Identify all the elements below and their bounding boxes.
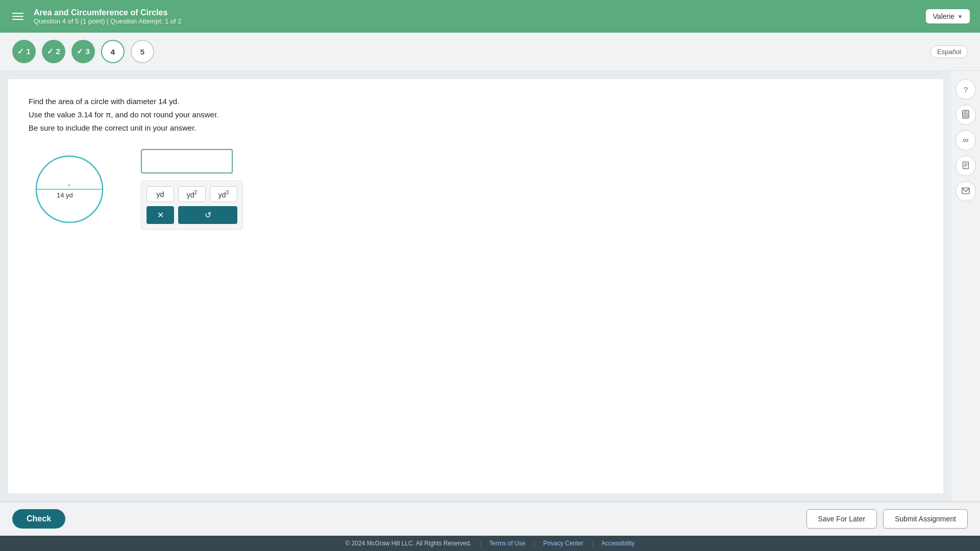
question-nav-bar: ✓ 1 ✓ 2 ✓ 3 4 5 Español	[0, 33, 980, 71]
message-button[interactable]	[955, 181, 976, 202]
mail-icon	[961, 187, 970, 196]
answer-area: yd yd2 yd3 ✕ ↺	[141, 149, 243, 230]
infinity-icon: ∞	[963, 136, 968, 145]
credits-bar: © 2024 McGraw Hill LLC. All Rights Reser…	[0, 536, 980, 551]
header-right: Valerie ▼	[926, 9, 970, 23]
diagram-area: × 14 yd yd yd2 yd3 ✕ ↺	[29, 148, 923, 230]
question-button-5[interactable]: 5	[131, 40, 154, 63]
question-line-1: Find the area of a circle with diameter …	[29, 95, 923, 108]
answer-input-wrapper[interactable]	[141, 149, 233, 173]
header-title: Area and Circumference of Circles Questi…	[34, 8, 182, 25]
question-nav-left: ✓ 1 ✓ 2 ✓ 3 4 5	[12, 40, 154, 63]
main-wrapper: Find the area of a circle with diameter …	[0, 71, 980, 502]
question-text: Find the area of a circle with diameter …	[29, 95, 923, 134]
question-button-3[interactable]: ✓ 3	[71, 40, 95, 63]
copyright-text: © 2024 McGraw Hill LLC. All Rights Reser…	[345, 540, 471, 547]
help-button[interactable]: ?	[955, 79, 976, 99]
content-area: Find the area of a circle with diameter …	[8, 79, 943, 493]
espanol-button[interactable]: Español	[930, 45, 968, 58]
calculator-button[interactable]	[955, 105, 976, 125]
question-button-4[interactable]: 4	[101, 40, 125, 63]
question-meta: Question 4 of 5 (1 point) | Question Att…	[34, 17, 182, 25]
user-name: Valerie	[933, 12, 955, 20]
notes-icon	[962, 161, 970, 171]
unit-panel: yd yd2 yd3 ✕ ↺	[141, 181, 243, 230]
question-button-1[interactable]: ✓ 1	[12, 40, 36, 63]
header: Area and Circumference of Circles Questi…	[0, 0, 980, 33]
user-menu-button[interactable]: Valerie ▼	[926, 9, 970, 23]
save-for-later-button[interactable]: Save For Later	[806, 509, 877, 529]
circle-diagram: × 14 yd	[29, 148, 110, 230]
header-left: Area and Circumference of Circles Questi…	[10, 8, 182, 25]
unit-yd3-button[interactable]: yd3	[210, 186, 237, 203]
unit-yd2-button[interactable]: yd2	[178, 186, 206, 203]
right-sidebar: ? ∞	[951, 71, 980, 502]
chevron-down-icon: ▼	[958, 14, 963, 19]
question-line-2: Use the value 3.14 for π, and do not rou…	[29, 109, 923, 121]
answer-input[interactable]	[148, 156, 226, 166]
question-button-2[interactable]: ✓ 2	[42, 40, 65, 63]
undo-button[interactable]: ↺	[178, 206, 237, 224]
submit-assignment-button[interactable]: Submit Assignment	[883, 509, 968, 529]
check-button[interactable]: Check	[12, 509, 65, 529]
clear-button[interactable]: ✕	[146, 206, 174, 224]
accessibility-link[interactable]: Accessibility	[601, 540, 634, 547]
terms-link[interactable]: Terms of Use	[489, 540, 526, 547]
svg-text:×: ×	[67, 182, 70, 188]
assignment-title: Area and Circumference of Circles	[34, 8, 182, 17]
infinity-button[interactable]: ∞	[955, 130, 976, 151]
svg-text:14 yd: 14 yd	[57, 191, 73, 199]
calculator-icon	[961, 110, 970, 120]
privacy-link[interactable]: Privacy Center	[543, 540, 583, 547]
footer-right: Save For Later Submit Assignment	[806, 509, 968, 529]
question-line-3: Be sure to include the correct unit in y…	[29, 122, 923, 134]
unit-yd-button[interactable]: yd	[146, 186, 174, 203]
footer-bar: Check Save For Later Submit Assignment	[0, 502, 980, 536]
notes-button[interactable]	[955, 156, 976, 176]
hamburger-menu[interactable]	[10, 11, 26, 22]
question-mark-icon: ?	[964, 85, 968, 94]
